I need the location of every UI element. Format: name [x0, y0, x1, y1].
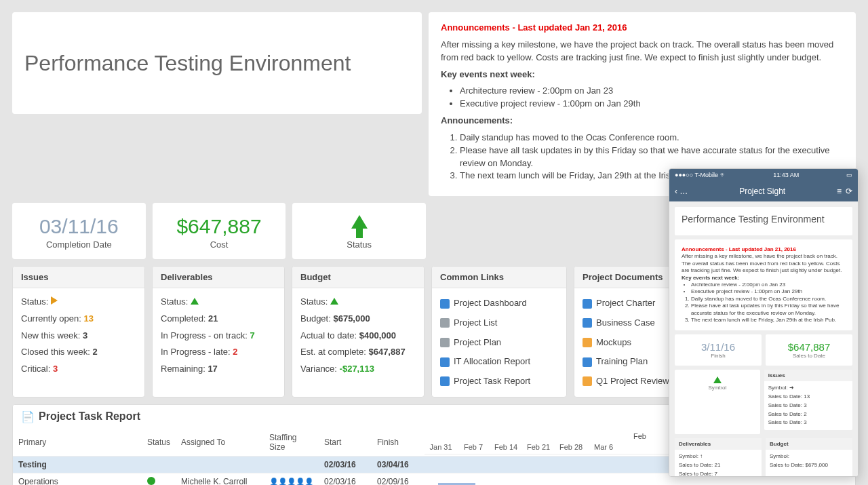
- report-icon: 📄: [21, 410, 35, 423]
- gantt-date: Feb 28: [555, 440, 587, 454]
- column-header: Finish: [372, 429, 425, 457]
- column-header: Primary: [13, 429, 142, 457]
- gantt-date: Jan 31: [425, 440, 457, 454]
- completion-value: 03/11/16: [18, 215, 140, 238]
- arrow-up-icon: [191, 298, 199, 305]
- phone-ann-item: The next team lunch will be Friday, Jan …: [691, 317, 846, 324]
- link-item[interactable]: Project Dashboard: [440, 294, 558, 313]
- arrow-up-icon: [713, 376, 722, 383]
- phone-nav: ‹ … Project Sight ≡ ⟳: [669, 181, 858, 201]
- doc-icon: [583, 299, 592, 309]
- phone-row: Sales to Date: 7: [679, 470, 757, 476]
- announcements-body: After missing a key milestone, we have t…: [441, 39, 844, 64]
- completion-label: Completion Date: [18, 239, 140, 250]
- phone-sales-label: Sales to Date: [768, 353, 850, 359]
- link-item[interactable]: IT Allocation Report: [440, 352, 558, 372]
- phone-issues-header: Issues: [764, 370, 852, 381]
- phone-row: Symbol:: [770, 452, 848, 461]
- phone-key-label: Key events next week:: [682, 275, 739, 281]
- phone-row: Symbol: ➜: [768, 384, 848, 393]
- phone-carrier: ●●●○○ T-Mobile ᯤ: [675, 172, 726, 178]
- announcements-header: Announcements - Last updated Jan 21, 201…: [441, 22, 844, 35]
- gantt-date: Feb 7: [457, 440, 490, 454]
- link-label: Project Dashboard: [454, 295, 527, 312]
- kv-row: Variance: -$27,113: [300, 361, 416, 378]
- phone-ann-item: Please have all task updates in by this …: [691, 303, 846, 317]
- link-label: Business Case: [596, 315, 655, 332]
- phone-ann-header: Announcements - Last updated Jan 21, 201…: [682, 246, 846, 253]
- menu-icon[interactable]: ≡: [837, 187, 842, 196]
- link-label: Q1 Project Review: [596, 373, 669, 390]
- key-event-item: Architecture review - 2:00pm on Jan 23: [460, 85, 844, 98]
- kv-row: Currently open: 13: [21, 311, 136, 328]
- link-label: Project Plan: [454, 334, 501, 351]
- link-label: Project Charter: [596, 295, 655, 312]
- phone-budget-header: Budget: [766, 438, 852, 450]
- column-header: Status: [142, 429, 176, 457]
- link-item[interactable]: Project List: [440, 313, 558, 333]
- phone-key-event: Architecture review - 2:00pm on Jan 23: [691, 282, 846, 288]
- back-button[interactable]: ‹ …: [675, 187, 688, 196]
- status-stat: Status: [292, 203, 426, 259]
- phone-ann-item: Daily standup has moved to the Ocas Conf…: [691, 296, 846, 303]
- kv-row: Actual to date: $400,000: [300, 328, 416, 345]
- column-header: Staffing Size: [264, 429, 319, 457]
- arrow-right-icon: [51, 296, 58, 305]
- deliverables-header: Deliverables: [153, 267, 284, 288]
- doc-icon: [440, 376, 450, 386]
- group-start: 02/03/16: [319, 456, 372, 473]
- key-events-label: Key events next week:: [441, 69, 535, 79]
- issues-status-label: Status:: [21, 296, 48, 307]
- refresh-icon[interactable]: ⟳: [846, 187, 852, 196]
- cost-stat: $647,887 Cost: [153, 203, 286, 259]
- kv-row: Est. at complete: $647,887: [300, 344, 416, 361]
- doc-icon: [440, 299, 450, 309]
- page-title: Performance Testing Environment: [24, 51, 351, 76]
- cost-value: $647,887: [158, 215, 281, 238]
- battery-icon: ▭: [846, 172, 852, 178]
- link-label: Mockups: [596, 334, 631, 351]
- kv-row: Completed: 21: [161, 311, 276, 328]
- gantt-date: Mar 6: [587, 440, 620, 454]
- status-dot-icon: [147, 477, 155, 485]
- phone-finish-stat: 3/11/16Finish: [675, 334, 762, 366]
- doc-icon: [440, 357, 450, 367]
- task-start: 02/03/16: [319, 473, 372, 485]
- phone-issues-panel: IssuesSymbol: ➜Sales to Date: 13Sales to…: [764, 370, 852, 430]
- phone-finish-label: Finish: [677, 353, 759, 359]
- phone-symbol-stat: Symbol: [675, 370, 760, 434]
- phone-key-event: Executive project review - 1:00pm on Jan…: [691, 288, 846, 295]
- doc-icon: [583, 357, 592, 367]
- gantt-date: Feb 14: [490, 440, 522, 454]
- announcement-item: Daily standup has moved to the Ocas Conf…: [460, 132, 844, 144]
- link-label: Training Plan: [596, 353, 648, 370]
- phone-title: Performance Testing Environment: [682, 214, 846, 225]
- budget-status-label: Status:: [300, 296, 328, 307]
- kv-row: Budget: $675,000: [300, 311, 416, 328]
- phone-ann-body: After missing a key milestone, we have t…: [682, 253, 846, 274]
- doc-icon: [440, 338, 450, 347]
- kv-row: Remaining: 17: [161, 361, 276, 378]
- announcement-item: Please have all task updates in by this …: [460, 144, 844, 170]
- doc-icon: [583, 376, 592, 386]
- gantt-date: Feb 21: [522, 440, 555, 454]
- arrow-up-icon: [330, 298, 338, 305]
- phone-preview: ●●●○○ T-Mobile ᯤ 11:43 AM ▭ ‹ … Project …: [669, 168, 859, 477]
- title-card: Performance Testing Environment: [12, 12, 422, 114]
- group-name: Testing: [13, 456, 142, 473]
- link-item[interactable]: Project Plan: [440, 333, 558, 353]
- task-name: Operations: [13, 473, 142, 485]
- deliverables-status-label: Status:: [161, 296, 188, 307]
- phone-row: Sales to Date: 13: [768, 393, 848, 402]
- phone-row: Sales to Date: $675,000: [770, 461, 848, 470]
- link-label: Project Task Report: [454, 373, 530, 390]
- key-events-list: Architecture review - 2:00pm on Jan 23Ex…: [460, 85, 844, 111]
- key-event-item: Executive project review - 1:00pm on Jan…: [460, 98, 844, 111]
- column-header: Assigned To: [176, 429, 264, 457]
- issues-header: Issues: [13, 267, 144, 288]
- phone-row: Sales to Date: 2: [768, 410, 848, 419]
- phone-symbol-label: Symbol: [677, 385, 757, 391]
- link-label: IT Allocation Report: [454, 353, 530, 370]
- link-item[interactable]: Project Task Report: [440, 372, 558, 391]
- phone-time: 11:43 AM: [773, 172, 799, 178]
